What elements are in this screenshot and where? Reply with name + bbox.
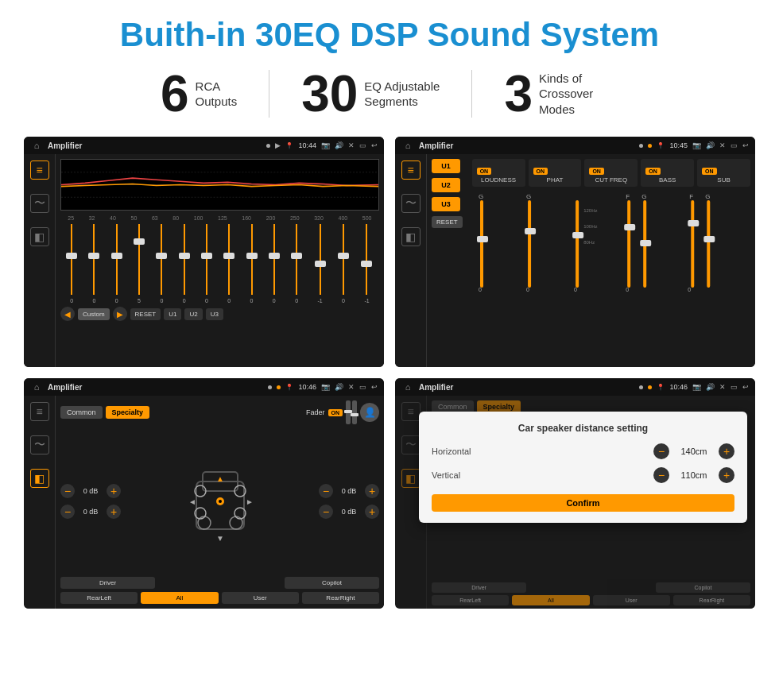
vol-minus-fr[interactable]: − [319,484,333,498]
page-container: Buith-in 30EQ DSP Sound System 6 RCA Out… [0,0,779,700]
eq-slider-3[interactable]: 5 [138,224,141,304]
u1-preset[interactable]: U1 [432,159,460,173]
home-icon-2[interactable]: ⌂ [401,139,414,152]
eq-slider-4[interactable]: 0 [160,224,163,304]
reset-button[interactable]: RESET [130,308,161,320]
svg-rect-7 [525,228,536,234]
screenshots-grid: ⌂ Amplifier ▶ 📍 10:44 📷 🔊 ✕ ▭ ↩ ≡ 〜 ◧ [24,137,755,609]
vol-row-fr: − 0 dB + [319,484,379,498]
custom-button[interactable]: Custom [78,308,110,320]
stat-eq-desc: EQ Adjustable Segments [364,79,440,110]
screen1-body: ≡ 〜 ◧ [24,154,384,367]
eq-icon-3[interactable]: ≡ [30,402,49,421]
eq-slider-10[interactable]: 0 [295,224,298,304]
vertical-label: Vertical [432,470,487,480]
eq-icon[interactable]: ≡ [30,160,49,180]
u2-preset[interactable]: U2 [432,178,460,192]
eq-slider-13[interactable]: -1 [364,224,369,304]
horizontal-plus[interactable]: + [719,443,734,459]
home-icon-3[interactable]: ⌂ [30,381,43,393]
eq-slider-7[interactable]: 0 [227,224,231,304]
profile-icon-3[interactable]: 👤 [360,403,379,422]
driver-btn[interactable]: Driver [60,577,155,589]
common-tab-3[interactable]: Common [60,406,103,419]
eq-slider-5[interactable]: 0 [183,224,186,304]
screen2-body: ≡ 〜 ◧ U1 U2 U3 RESET [395,154,755,367]
copilot-btn[interactable]: Copilot [285,577,379,589]
eq-slider-2[interactable]: 0 [115,224,118,304]
screen-distance: ⌂ Amplifier 📍 10:46 📷 🔊 ✕ ▭ ↩ ≡ 〜 ◧ [395,378,755,609]
speaker-icon[interactable]: ◧ [30,227,49,246]
svg-text:F: F [689,193,693,200]
eq-slider-6[interactable]: 0 [205,224,208,304]
status-time-4: 10:46 [669,383,688,391]
speaker-icon-2[interactable]: ◧ [401,227,421,246]
eq-slider-1[interactable]: 0 [92,224,95,304]
eq-slider-9[interactable]: 0 [273,224,276,304]
svg-rect-10 [572,232,583,238]
vol-row-rl: − 0 dB + [60,505,156,519]
vol-plus-rr[interactable]: + [365,505,379,519]
horizontal-minus[interactable]: − [653,443,669,459]
svg-text:G: G [526,193,531,200]
cutfreq-channel: ON CUT FREQ [584,159,638,187]
vertical-minus[interactable]: − [653,467,669,483]
camera-icon-2: 📷 [692,141,701,149]
eq-slider-11[interactable]: -1 [317,224,322,304]
stat-crossover-number: 3 [504,68,533,119]
rearleft-btn[interactable]: RearLeft [60,592,138,604]
u3-preset[interactable]: U3 [432,197,460,211]
home-icon-4[interactable]: ⌂ [401,381,414,393]
location-icon-1: 📍 [285,142,293,149]
u1-button[interactable]: U1 [164,308,181,320]
fader-on-badge: ON [328,409,343,416]
svg-rect-4 [477,236,488,242]
vol-minus-fl[interactable]: − [60,484,75,498]
screen-eq: ⌂ Amplifier ▶ 📍 10:44 📷 🔊 ✕ ▭ ↩ ≡ 〜 ◧ [24,137,384,367]
next-button[interactable]: ▶ [113,307,127,321]
u3-button[interactable]: U3 [206,308,223,320]
stat-rca-number: 6 [161,68,189,119]
eq-slider-0[interactable]: 0 [70,224,73,304]
vol-minus-rl[interactable]: − [60,505,75,519]
back-icon-1[interactable]: ↩ [371,141,378,149]
status-bar-4: ⌂ Amplifier 📍 10:46 📷 🔊 ✕ ▭ ↩ [395,378,755,396]
prev-button[interactable]: ◀ [60,307,75,321]
eq-slider-12[interactable]: 0 [342,224,345,304]
stat-rca: 6 RCA Outputs [129,68,269,119]
vol-value-rl: 0 dB [78,508,103,516]
eq-slider-8[interactable]: 0 [250,224,254,304]
specialty-tab-3[interactable]: Specialty [106,406,150,419]
stat-rca-desc: RCA Outputs [196,79,238,110]
svg-text:100Hz: 100Hz [583,224,597,229]
reset-crossover[interactable]: RESET [432,216,463,228]
vol-plus-rl[interactable]: + [107,505,121,519]
home-icon-1[interactable]: ⌂ [30,139,43,152]
svg-rect-20 [691,200,694,288]
vertical-plus[interactable]: + [719,467,734,483]
back-icon-4[interactable]: ↩ [742,383,749,391]
user-btn[interactable]: User [222,592,299,604]
confirm-button[interactable]: Confirm [432,494,734,512]
vol-plus-fl[interactable]: + [107,484,121,498]
wave-icon-2[interactable]: 〜 [401,194,421,213]
vol-plus-fr[interactable]: + [365,484,379,498]
vol-value-fr: 0 dB [336,487,362,495]
back-icon-3[interactable]: ↩ [371,383,378,391]
rearright-btn[interactable]: RearRight [302,592,379,604]
window-icon-1: ▭ [359,141,366,149]
u2-button[interactable]: U2 [184,308,202,320]
vertical-row: Vertical − 110cm + [432,467,734,483]
freq-labels: 25 32 40 50 63 80 100 125 160 200 250 32… [60,215,379,221]
wave-icon[interactable]: 〜 [30,194,49,213]
eq-icon-2[interactable]: ≡ [401,160,421,180]
sidebar-2: ≡ 〜 ◧ [395,154,427,367]
close-icon-1: ✕ [348,141,355,149]
fader-control-3: Fader ON [306,400,357,424]
back-icon-2[interactable]: ↩ [742,141,749,149]
svg-rect-6 [528,200,531,288]
speaker-icon-3[interactable]: ◧ [30,469,49,488]
vol-minus-rr[interactable]: − [319,505,333,519]
wave-icon-3[interactable]: 〜 [30,435,49,454]
all-btn[interactable]: All [141,592,218,604]
